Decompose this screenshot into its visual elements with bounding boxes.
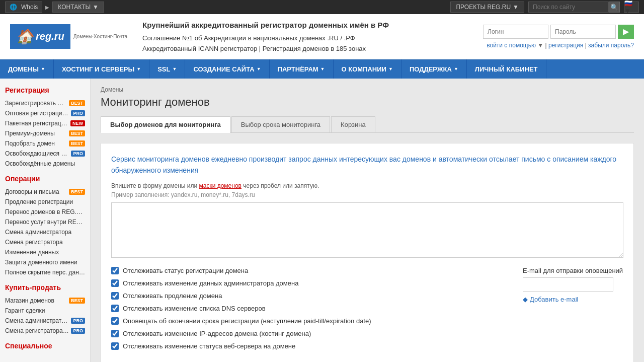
globe-icon: 🌐	[10, 4, 17, 11]
sidebar-item[interactable]: Смена администратора онл…PRO	[5, 316, 85, 326]
checkbox-row-3: Отслеживать изменение списка DNS серверо…	[111, 305, 508, 312]
tab-0[interactable]: Выбор доменов для мониторинга	[101, 116, 230, 133]
tab-2[interactable]: Корзина	[331, 116, 375, 132]
contacts-button[interactable]: КОНТАКТЫ ▼	[52, 2, 104, 13]
auth-section: ▶ войти с помощью ▼ | регистрация | забы…	[473, 25, 634, 49]
sidebar-item[interactable]: Договоры и письмаBEST	[5, 187, 85, 197]
checkbox-2[interactable]	[111, 292, 119, 300]
sidebar-item[interactable]: Защита доменного имени	[5, 257, 85, 267]
logo-area: 🏠 reg.ru Домены·Хостинг·Почта	[10, 24, 127, 49]
auth-inputs: ▶	[483, 25, 634, 39]
logo-brand: reg.ru	[36, 31, 64, 42]
sidebar-item[interactable]: Подобрать доменBEST	[5, 138, 85, 149]
sidebar-item[interactable]: Зарегистрировать домен (18…BEST	[5, 98, 85, 108]
login-button[interactable]: ▶	[618, 25, 634, 39]
checkbox-1[interactable]	[111, 279, 119, 287]
sidebar: РегистрацияЗарегистрировать домен (18…BE…	[0, 79, 91, 362]
nav-arrow-icon: ▼	[257, 66, 261, 71]
sidebar-item[interactable]: Магазин доменовBEST	[5, 296, 85, 306]
sidebar-badge: PRO	[71, 151, 85, 157]
password-input[interactable]	[550, 25, 616, 39]
nav-arrow-icon: ▼	[41, 66, 45, 71]
nav-item-партнёрам[interactable]: ПАРТНЁРАМ▼	[270, 59, 334, 79]
search-input[interactable]	[528, 2, 609, 13]
login-help-link[interactable]: войти с помощью	[487, 42, 536, 49]
nav-item-хостинг-и-серверы[interactable]: ХОСТИНГ И СЕРВЕРЫ▼	[54, 59, 149, 79]
sidebar-item[interactable]: Перенос доменов в REG.RU	[5, 207, 85, 217]
sidebar-badge: PRO	[71, 328, 85, 334]
sidebar-item[interactable]: Оптовая регистрация домен…PRO	[5, 108, 85, 118]
sidebar-item[interactable]: Гарант сделки	[5, 306, 85, 316]
nav-item-о-компании[interactable]: О КОМПАНИИ▼	[334, 59, 401, 79]
sidebar-item[interactable]: Пакетная регистрация доме…NEW	[5, 118, 85, 128]
checkbox-label-5: Отслеживать изменение IP-адресов домена …	[123, 330, 311, 337]
language-flag[interactable]: 🇷🇺▼	[624, 2, 639, 13]
login-input[interactable]	[483, 25, 548, 39]
sidebar-item[interactable]: Смена администратора	[5, 227, 85, 237]
nav-item-домены[interactable]: ДОМЕНЫ▼	[0, 59, 54, 79]
sidebar-item-label: Премиум-домены	[5, 130, 67, 137]
whois-widget[interactable]: 🌐 Whois	[5, 2, 42, 13]
logo[interactable]: 🏠 reg.ru	[10, 24, 70, 49]
house-icon: 🏠	[16, 28, 34, 45]
nav-item-создание-сайта[interactable]: СОЗДАНИЕ САЙТА▼	[185, 59, 269, 79]
sidebar-item-label: Пакетная регистрация доме…	[5, 120, 68, 127]
sidebar-section-title: Специальное	[5, 342, 85, 350]
sidebar-item[interactable]: Смена регистратора	[5, 237, 85, 247]
sidebar-item-label: Смена администратора онл…	[5, 317, 69, 324]
checkbox-row-0: Отслеживать статус регистрации домена	[111, 267, 508, 274]
sidebar-badge: BEST	[69, 140, 85, 147]
slogan-line2: Соглашение №1 об Аккредитации в национал…	[142, 33, 473, 44]
sidebar-section-title: Операции	[5, 175, 85, 183]
checkboxes-section: Отслеживать статус регистрации доменаОтс…	[111, 267, 623, 355]
sidebar-item-label: Оптовая регистрация домен…	[5, 110, 69, 117]
checkbox-3[interactable]	[111, 305, 119, 312]
input-example: Пример заполнения: yandex.ru, money*.ru,…	[111, 191, 623, 198]
search-button[interactable]: 🔍	[609, 2, 620, 13]
projects-button[interactable]: ПРОЕКТЫ REG.RU ▼	[450, 2, 524, 13]
sidebar-item[interactable]: Премиум-доменыBEST	[5, 128, 85, 138]
sidebar-item-label: Смена администратора	[5, 229, 85, 236]
email-input[interactable]	[523, 277, 613, 292]
sidebar-item[interactable]: Изменение данных	[5, 247, 85, 257]
mask-link[interactable]: маски доменов	[199, 182, 242, 189]
tab-1[interactable]: Выбор срока мониторинга	[231, 116, 330, 132]
nav-arrow-icon: ▼	[320, 66, 325, 71]
nav-item-личный-кабинет[interactable]: ЛИЧНЫЙ КАБИНЕТ	[467, 59, 546, 79]
sidebar-badge: BEST	[69, 189, 85, 195]
sidebar-item[interactable]: Перенос услуг внутри REG.RU	[5, 217, 85, 227]
checkbox-5[interactable]	[111, 330, 119, 337]
sidebar-badge: BEST	[69, 130, 85, 136]
add-email-text: Добавить e-mail	[530, 296, 578, 303]
sidebar-item[interactable]: Полное скрытие перс. данных	[5, 267, 85, 277]
tabs: Выбор доменов для мониторингаВыбор срока…	[101, 116, 634, 133]
nav-item-ssl[interactable]: SSL▼	[149, 59, 185, 79]
checkbox-4[interactable]	[111, 317, 119, 325]
domains-textarea[interactable]	[111, 202, 623, 258]
sidebar-section-title: Регистрация	[5, 86, 85, 94]
sidebar-item[interactable]: Смена регистратора онлайн…PRO	[5, 326, 85, 336]
checkbox-label-3: Отслеживать изменение списка DNS серверо…	[123, 305, 266, 312]
password-wrap	[550, 25, 616, 39]
checkbox-row-6: Отслеживать изменение статуса веб-сервер…	[111, 342, 508, 350]
sidebar-item-label: Магазин доменов	[5, 297, 67, 304]
checkbox-row-4: Оповещать об окончании срока регистрации…	[111, 317, 508, 325]
checkbox-label-0: Отслеживать статус регистрации домена	[123, 267, 248, 274]
sidebar-item[interactable]: Освобождённые домены	[5, 159, 85, 169]
checkbox-0[interactable]	[111, 267, 119, 274]
main-nav: ДОМЕНЫ▼ХОСТИНГ И СЕРВЕРЫ▼SSL▼СОЗДАНИЕ СА…	[0, 59, 644, 79]
checkboxes-left: Отслеживать статус регистрации доменаОтс…	[111, 267, 508, 355]
sidebar-badge: PRO	[71, 110, 85, 116]
add-email-link[interactable]: ◆ Добавить e-mail	[523, 296, 623, 303]
checkbox-6[interactable]	[111, 342, 119, 350]
sidebar-section-title: Купить-продать	[5, 283, 85, 292]
nav-item-поддержка[interactable]: ПОДДЕРЖКА▼	[401, 59, 467, 79]
header: 🏠 reg.ru Домены·Хостинг·Почта Крупнейший…	[0, 14, 644, 59]
register-link[interactable]: регистрация	[548, 42, 583, 49]
sidebar-item[interactable]: Продление регистрации	[5, 197, 85, 207]
sidebar-item-label: Защита доменного имени	[5, 259, 85, 266]
checkbox-row-5: Отслеживать изменение IP-адресов домена …	[111, 330, 508, 337]
sidebar-badge: BEST	[69, 298, 85, 304]
forgot-link[interactable]: забыли пароль?	[588, 42, 634, 49]
sidebar-item[interactable]: Освобождающиеся доменыPRO	[5, 149, 85, 159]
